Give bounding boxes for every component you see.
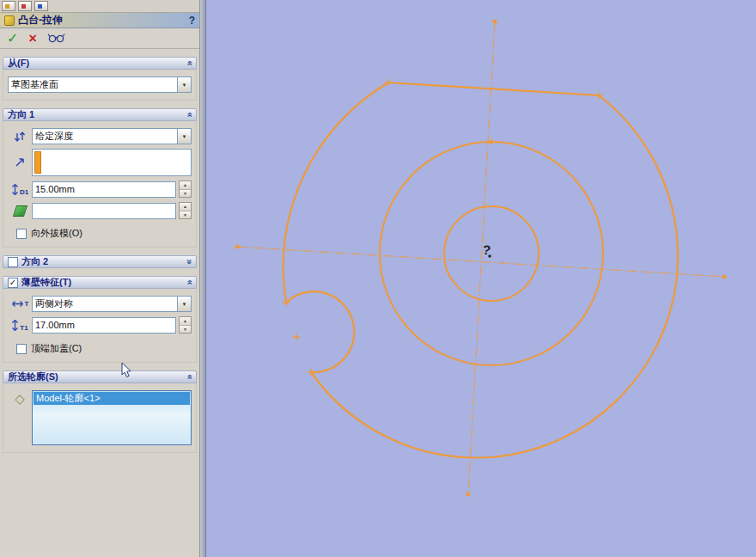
section-from: 从(F) » 草图基准面 ▼: [3, 57, 197, 101]
start-condition-combo[interactable]: 草图基准面 ▼: [8, 77, 192, 93]
panel-title-bar: 凸台-拉伸 ?: [0, 13, 199, 28]
section-thin-feature-label: 薄壁特征(T): [21, 276, 71, 289]
help-button[interactable]: ?: [189, 15, 195, 27]
section-thin-feature: ✓ 薄壁特征(T) » T 两侧对称 ▼: [3, 276, 197, 363]
section-selected-contours: 所选轮廓(S) » ◇ Model-轮廓<1>: [3, 370, 197, 453]
cancel-button[interactable]: ×: [28, 31, 36, 46]
ok-button[interactable]: ✓: [7, 30, 18, 46]
cap-ends-label: 顶端加盖(C): [31, 342, 82, 355]
graphics-viewport[interactable]: ?: [206, 0, 756, 557]
contour-diamond-icon: ◇: [8, 390, 32, 405]
thickness-t1-icon: T1: [8, 319, 32, 332]
spin-down-icon[interactable]: ▼: [180, 190, 191, 198]
section-direction2: 方向 2 »: [3, 255, 197, 268]
thickness-input[interactable]: [32, 317, 176, 334]
spin-up-icon[interactable]: ▲: [180, 203, 191, 211]
spin-up-icon[interactable]: ▲: [180, 317, 191, 326]
property-manager-panel: 凸台-拉伸 ? ✓ × 从(F) » 草图: [0, 0, 200, 557]
section-direction1-label: 方向 1: [8, 108, 34, 121]
combo-dropdown-arrow-icon[interactable]: ▼: [177, 297, 191, 311]
depth-d1-icon: D1: [8, 183, 32, 196]
thin-wall-type-value: 两侧对称: [33, 297, 177, 311]
end-condition-combo[interactable]: 给定深度 ▼: [32, 128, 192, 144]
spin-down-icon[interactable]: ▼: [180, 211, 191, 219]
section-thin-feature-body: T 两侧对称 ▼ T1 ▲ ▼: [3, 289, 197, 363]
collapse-chevron-icon[interactable]: »: [184, 60, 193, 65]
pm-tab-2-icon[interactable]: [18, 1, 32, 11]
outward-draft-checkbox[interactable]: [16, 229, 27, 239]
direction2-checkbox[interactable]: [8, 257, 18, 267]
outward-draft-label: 向外拔模(O): [31, 227, 82, 240]
depth-d1-label: D1: [20, 188, 28, 196]
pm-tab-3-icon[interactable]: [34, 1, 48, 11]
collapse-chevron-icon[interactable]: »: [184, 279, 193, 285]
mouse-cursor-icon: [121, 363, 132, 382]
panel-title: 凸台-拉伸: [18, 13, 63, 28]
section-thin-feature-header[interactable]: ✓ 薄壁特征(T) »: [3, 276, 197, 289]
expand-chevron-icon[interactable]: »: [184, 259, 193, 264]
selected-contours-list[interactable]: Model-轮廓<1>: [32, 390, 192, 445]
detailed-preview-eyeglasses-icon[interactable]: [47, 31, 66, 46]
section-direction1-body: 给定深度 ▼ D1: [3, 121, 197, 248]
direction-reference-highlight: [34, 151, 41, 174]
section-direction1-header[interactable]: 方向 1 »: [3, 108, 197, 121]
draft-angle-icon[interactable]: [8, 205, 32, 217]
depth-input[interactable]: [32, 181, 176, 198]
section-selected-contours-label: 所选轮廓(S): [8, 370, 58, 383]
sketch-canvas[interactable]: [206, 0, 756, 557]
thin-wall-t-label: T: [25, 300, 29, 308]
centerline-end-dots: [235, 20, 727, 497]
boss-extrude-feature-icon: [4, 15, 15, 26]
start-condition-value: 草图基准面: [9, 77, 177, 92]
section-selected-contours-body: ◇ Model-轮廓<1>: [3, 383, 197, 453]
collapse-chevron-icon[interactable]: »: [184, 374, 193, 379]
thickness-spinner[interactable]: ▲ ▼: [179, 316, 192, 334]
extrude-direction-arrow-icon: [8, 156, 32, 168]
cap-ends-checkbox[interactable]: [16, 344, 27, 354]
middle-circle[interactable]: [380, 142, 603, 365]
draft-angle-input[interactable]: [32, 203, 176, 219]
combo-dropdown-arrow-icon[interactable]: ▼: [177, 77, 191, 92]
section-direction2-label: 方向 2: [21, 255, 48, 268]
panel-toolbar: ✓ ×: [0, 28, 199, 49]
collapse-chevron-icon[interactable]: »: [184, 112, 193, 117]
cap-ends-option[interactable]: 顶端加盖(C): [16, 342, 82, 355]
section-direction2-header[interactable]: 方向 2 »: [3, 255, 197, 268]
section-from-header[interactable]: 从(F) »: [3, 57, 197, 70]
spin-up-icon[interactable]: ▲: [180, 181, 191, 190]
reverse-direction-icon[interactable]: [8, 131, 32, 143]
section-selected-contours-header[interactable]: 所选轮廓(S) »: [3, 370, 197, 383]
thin-wall-type-combo[interactable]: 两侧对称 ▼: [32, 296, 192, 312]
panel-splitter[interactable]: [200, 0, 206, 557]
application-window: 凸台-拉伸 ? ✓ × 从(F) » 草图: [0, 0, 756, 557]
draft-spinner[interactable]: ▲ ▼: [179, 202, 192, 219]
property-manager-tab-strip: [0, 0, 199, 13]
inner-circle[interactable]: [444, 206, 539, 301]
list-item[interactable]: Model-轮廓<1>: [34, 392, 190, 405]
end-condition-value: 给定深度: [33, 129, 177, 144]
section-from-body: 草图基准面 ▼: [3, 70, 197, 101]
section-direction1: 方向 1 » 给定深度 ▼: [3, 108, 197, 248]
outward-draft-option[interactable]: 向外拔模(O): [16, 227, 82, 240]
direction-reference-box[interactable]: [32, 149, 192, 176]
spin-down-icon[interactable]: ▼: [180, 326, 191, 334]
thickness-t1-label: T1: [20, 324, 27, 332]
combo-dropdown-arrow-icon[interactable]: ▼: [177, 129, 191, 144]
section-from-label: 从(F): [8, 57, 29, 70]
pm-tab-1-icon[interactable]: [2, 1, 15, 11]
sketch-point-markers[interactable]: [283, 79, 602, 376]
thin-feature-checkbox[interactable]: ✓: [8, 278, 18, 288]
thin-wall-type-icon: T: [8, 300, 32, 308]
depth-spinner[interactable]: ▲ ▼: [179, 181, 192, 198]
construction-centerlines[interactable]: [237, 21, 724, 494]
